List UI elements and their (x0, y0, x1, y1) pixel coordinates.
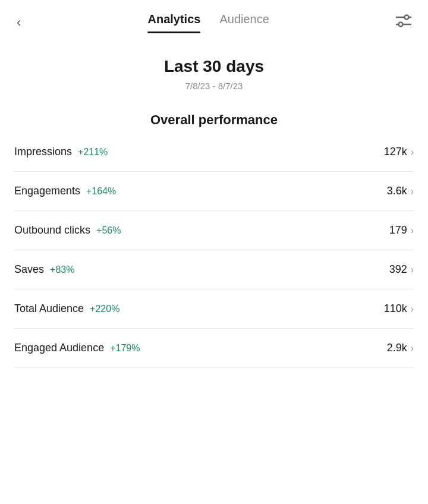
chevron-right-icon: › (411, 264, 414, 275)
metrics-list: Impressions +211% 127k › Engagements +16… (0, 133, 428, 368)
metric-label-outbound-clicks: Outbound clicks (14, 224, 90, 237)
metric-label-total-audience: Total Audience (14, 303, 84, 315)
chevron-right-icon: › (411, 186, 414, 197)
metric-change-total-audience: +220% (90, 304, 119, 314)
tab-analytics[interactable]: Analytics (147, 12, 200, 33)
metric-value-engagements: 3.6k (387, 185, 407, 197)
metric-change-impressions: +211% (78, 147, 108, 158)
metric-label-engaged-audience: Engaged Audience (14, 342, 104, 354)
metric-row-total-audience[interactable]: Total Audience +220% 110k › (14, 289, 414, 329)
metric-row-engagements[interactable]: Engagements +164% 3.6k › (14, 172, 414, 211)
metric-value-outbound-clicks: 179 (389, 224, 407, 237)
metric-value-engaged-audience: 2.9k (387, 342, 407, 354)
metric-row-outbound-clicks[interactable]: Outbound clicks +56% 179 › (14, 211, 414, 250)
header: ‹ Analytics Audience (0, 0, 428, 36)
chevron-right-icon: › (411, 343, 414, 354)
date-range: 7/8/23 - 8/7/23 (12, 81, 416, 91)
date-title: Last 30 days (12, 57, 416, 76)
metric-value-saves: 392 (389, 263, 407, 276)
date-section: Last 30 days 7/8/23 - 8/7/23 (0, 36, 428, 105)
nav-tabs: Analytics Audience (147, 12, 269, 33)
metric-change-saves: +83% (50, 264, 74, 275)
tab-audience[interactable]: Audience (219, 12, 269, 33)
back-icon: ‹ (17, 15, 21, 30)
metric-label-impressions: Impressions (14, 146, 72, 158)
back-button[interactable]: ‹ (12, 11, 26, 34)
chevron-right-icon: › (411, 304, 414, 314)
filter-settings-icon[interactable] (391, 10, 416, 36)
metric-row-saves[interactable]: Saves +83% 392 › (14, 250, 414, 289)
metric-change-engaged-audience: +179% (110, 343, 140, 354)
svg-point-3 (398, 23, 402, 27)
section-title: Overall performance (0, 105, 428, 133)
metric-row-impressions[interactable]: Impressions +211% 127k › (14, 133, 414, 172)
metric-row-engaged-audience[interactable]: Engaged Audience +179% 2.9k › (14, 329, 414, 368)
chevron-right-icon: › (411, 225, 414, 236)
svg-point-1 (404, 15, 408, 20)
metric-change-outbound-clicks: +56% (96, 225, 121, 236)
metric-value-total-audience: 110k (384, 303, 407, 315)
chevron-right-icon: › (411, 147, 414, 158)
metric-change-engagements: +164% (86, 186, 116, 197)
metric-value-impressions: 127k (384, 146, 407, 158)
metric-label-saves: Saves (14, 263, 44, 276)
metric-label-engagements: Engagements (14, 185, 80, 197)
